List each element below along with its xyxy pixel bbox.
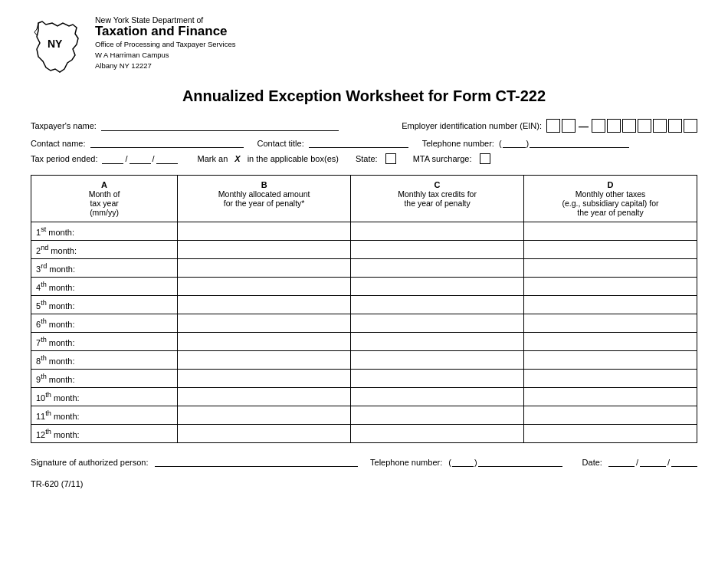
sig-tel-label: Telephone number:: [370, 458, 442, 467]
month-label: 12th month:: [31, 425, 178, 443]
col-d-cell[interactable]: [524, 388, 697, 406]
col-d-cell[interactable]: [524, 314, 697, 333]
col-b-cell[interactable]: [178, 278, 351, 296]
phone-number-input[interactable]: [530, 138, 629, 148]
col-b-cell[interactable]: [178, 370, 351, 388]
col-d-cell[interactable]: [524, 241, 697, 259]
tax-period-month[interactable]: [102, 154, 123, 164]
table-row: 5th month:: [31, 296, 697, 314]
contact-name-input[interactable]: [90, 138, 244, 148]
ein-boxes: —: [546, 119, 697, 133]
ein-box-5[interactable]: [622, 119, 636, 133]
table-row: 6th month:: [31, 314, 697, 333]
tax-period-date: / /: [102, 154, 177, 164]
col-c-cell[interactable]: [351, 406, 524, 425]
page-title: Annualized Exception Worksheet for Form …: [31, 87, 697, 105]
col-c-cell[interactable]: [351, 314, 524, 333]
sig-phone-number[interactable]: [478, 457, 562, 467]
phone-area-input[interactable]: [503, 138, 526, 148]
mark-x-label: Mark an: [198, 154, 228, 163]
col-c-cell[interactable]: [351, 370, 524, 388]
dept-line4: W A Harriman Campus: [95, 50, 235, 61]
month-label: 4th month:: [31, 278, 178, 296]
col-b-cell[interactable]: [178, 425, 351, 443]
tax-period-day[interactable]: [130, 154, 151, 164]
col-c-cell[interactable]: [351, 222, 524, 241]
col-b-cell[interactable]: [178, 259, 351, 278]
taxpayer-name-input[interactable]: [101, 121, 339, 131]
col-c-cell[interactable]: [351, 278, 524, 296]
col-d-cell[interactable]: [524, 222, 697, 241]
month-label: 8th month:: [31, 351, 178, 370]
ein-dash: —: [577, 120, 590, 132]
col-b-cell[interactable]: [178, 222, 351, 241]
col-b-header: B Monthly allocated amountfor the year o…: [178, 176, 351, 222]
ein-box-2[interactable]: [562, 119, 576, 133]
col-c-cell[interactable]: [351, 388, 524, 406]
month-label: 5th month:: [31, 296, 178, 314]
col-d-bold: D: [527, 180, 694, 189]
ein-box-1[interactable]: [546, 119, 560, 133]
col-c-cell[interactable]: [351, 241, 524, 259]
table-row: 12th month:: [31, 425, 697, 443]
col-d-cell[interactable]: [524, 370, 697, 388]
contact-row: Contact name: Contact title: Telephone n…: [31, 138, 697, 148]
dept-line3: Office of Processing and Taxpayer Servic…: [95, 39, 235, 50]
sig-date-year[interactable]: [671, 457, 697, 467]
col-b-cell[interactable]: [178, 333, 351, 351]
sig-date-month[interactable]: [608, 457, 635, 467]
tax-period-year[interactable]: [156, 154, 178, 164]
col-b-cell[interactable]: [178, 351, 351, 370]
sig-input[interactable]: [155, 457, 359, 467]
contact-title-input[interactable]: [309, 138, 408, 148]
ein-box-4[interactable]: [607, 119, 621, 133]
month-label: 1st month:: [31, 222, 178, 241]
ein-box-8[interactable]: [668, 119, 682, 133]
col-d-cell[interactable]: [524, 406, 697, 425]
date-label: Date:: [582, 458, 602, 467]
col-b-bold: B: [181, 180, 347, 189]
col-c-cell[interactable]: [351, 259, 524, 278]
ein-box-6[interactable]: [638, 119, 651, 133]
ein-box-7[interactable]: [653, 119, 667, 133]
col-d-cell[interactable]: [524, 259, 697, 278]
col-a-header: A Month oftax year(mm/yy): [31, 176, 178, 222]
table-row: 1st month:: [31, 222, 697, 241]
tax-period-label: Tax period ended:: [31, 154, 97, 163]
agency-name-block: New York State Department of Taxation an…: [95, 15, 235, 71]
col-d-cell[interactable]: [524, 425, 697, 443]
col-c-sub: Monthly tax credits forthe year of penal…: [354, 189, 520, 208]
mta-checkbox[interactable]: [480, 153, 490, 164]
col-b-cell[interactable]: [178, 241, 351, 259]
col-b-cell[interactable]: [178, 314, 351, 333]
col-b-cell[interactable]: [178, 406, 351, 425]
sig-phone-area[interactable]: [452, 457, 474, 467]
col-d-cell[interactable]: [524, 351, 697, 370]
col-b-cell[interactable]: [178, 388, 351, 406]
tax-period-row: Tax period ended: / / Mark an X in the a…: [31, 153, 697, 164]
contact-name-label: Contact name:: [31, 139, 86, 148]
col-c-cell[interactable]: [351, 425, 524, 443]
table-row: 7th month:: [31, 333, 697, 351]
state-checkbox[interactable]: [385, 153, 396, 164]
x-text: X: [234, 154, 240, 163]
telephone-label: Telephone number:: [422, 139, 494, 148]
form-id: TR-620 (7/11): [31, 479, 697, 488]
col-c-cell[interactable]: [351, 333, 524, 351]
table-row: 11th month:: [31, 406, 697, 425]
dept-line5: Albany NY 12227: [95, 61, 235, 71]
col-d-cell[interactable]: [524, 278, 697, 296]
table-header-row: A Month oftax year(mm/yy) B Monthly allo…: [31, 176, 697, 222]
svg-text:NY: NY: [48, 38, 63, 50]
col-d-cell[interactable]: [524, 333, 697, 351]
col-d-cell[interactable]: [524, 296, 697, 314]
ein-box-9[interactable]: [684, 119, 697, 133]
ein-box-3[interactable]: [592, 119, 605, 133]
col-c-cell[interactable]: [351, 296, 524, 314]
col-c-cell[interactable]: [351, 351, 524, 370]
sig-date-day[interactable]: [640, 457, 666, 467]
col-b-cell[interactable]: [178, 296, 351, 314]
applicable-label: in the applicable box(es): [248, 154, 339, 163]
ny-state-logo: NY: [31, 15, 84, 77]
signature-row: Signature of authorized person: Telephon…: [31, 457, 697, 467]
